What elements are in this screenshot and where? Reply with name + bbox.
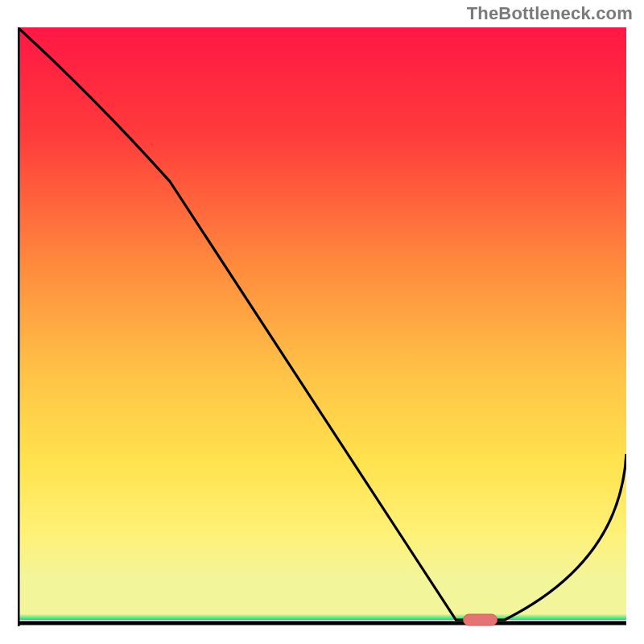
chart-svg: [18, 27, 626, 626]
plot-area: [18, 27, 626, 626]
chart-container: TheBottleneck.com: [0, 0, 644, 644]
optimal-marker: [464, 614, 497, 625]
watermark-text: TheBottleneck.com: [467, 3, 633, 24]
